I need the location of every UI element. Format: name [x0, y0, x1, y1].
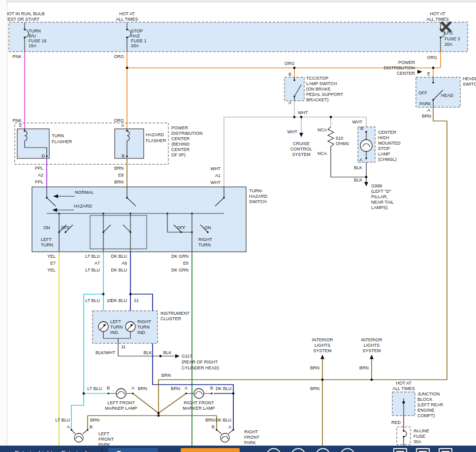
wire-color-label: BRN	[138, 386, 147, 391]
switch-position-label: ON	[43, 225, 50, 230]
component-label: STOP	[378, 146, 390, 151]
tcc-stop-lamp-switch: B A TCC/STOP LAMP SWITCH (ON BRAKE PEDAL…	[285, 72, 344, 105]
wire-color-label: BLK	[354, 178, 362, 182]
print-button[interactable]	[393, 448, 407, 452]
info-button[interactable]: i	[316, 448, 330, 452]
wire-color-label: LT BLU	[85, 254, 100, 259]
component-label: IND.	[110, 330, 119, 335]
wire-color-label: BRN	[310, 386, 319, 391]
component-label: TURN-	[249, 188, 263, 193]
arrow-down-icon	[299, 133, 303, 137]
wire-color-label: WHT	[211, 166, 221, 171]
ground-label: G999	[371, 183, 382, 188]
component-label: (LEFT REAR	[417, 402, 444, 407]
resistor-label: OHMS	[336, 141, 349, 146]
terminal-label: A	[67, 424, 70, 429]
component-label: RIGHT	[244, 429, 258, 434]
switch-position-label: ON	[204, 225, 211, 230]
wire-color-label: BRN	[114, 166, 124, 171]
wire-color-label: BLK/WHT	[95, 350, 116, 355]
fuse-label: TURN	[29, 29, 41, 33]
terminal-label: A	[288, 100, 291, 105]
arrow-right-icon	[417, 70, 422, 74]
search-button[interactable]: SEARCH	[108, 448, 158, 452]
terminal-label: A	[121, 123, 124, 128]
fuse-label: B/U	[29, 33, 36, 38]
terminal-label: B	[122, 153, 125, 158]
component-label: LEFT	[98, 431, 110, 436]
toolbar-divider	[101, 448, 102, 452]
lamp-leads	[71, 430, 233, 434]
component-label: TURN	[52, 133, 64, 138]
wire-color-label: PPL	[35, 166, 43, 171]
switch-position-label: OFF	[61, 225, 70, 230]
ground-label: PILLAR,	[371, 194, 388, 199]
ground-label: G117	[182, 354, 192, 359]
system-ref-label: CONTROL	[290, 147, 312, 151]
pin-number: 11	[121, 344, 126, 349]
terminal-label: B	[288, 72, 291, 77]
component-label: (CHMSL)	[378, 157, 397, 162]
switch-position-label: HEAD	[441, 93, 454, 98]
feed-label: HOT AT	[119, 11, 135, 16]
feed-label: TEST OR START	[5, 17, 40, 22]
pin-number: 21	[134, 298, 139, 303]
component-label: PEDAL SUPPORT	[306, 92, 344, 97]
close-button[interactable]: ×	[435, 14, 457, 39]
terminal-label: A	[359, 157, 362, 162]
switch-position-label: OFF	[418, 90, 427, 95]
zoom-controls: − + i ?	[266, 448, 355, 452]
fuse-label: STOP	[131, 29, 143, 33]
system-ref-label: INTERIOR	[312, 337, 333, 342]
switch-position-label: OFF	[177, 225, 186, 230]
terminal-label: E	[427, 71, 430, 76]
component-label: FLASHER	[52, 139, 72, 144]
circuit-number: A1	[215, 173, 221, 178]
component-label: LEFT FRONT	[107, 400, 135, 405]
wire-color-label: RED	[391, 420, 401, 425]
feed-label: HOT IN RUN, BULB	[5, 11, 45, 16]
instrument-cluster: INSTRUMENT CLUSTER LEFT TURN IND. RIGHT …	[93, 311, 219, 370]
component-label: HEADLIGHT	[463, 76, 476, 81]
component-label: CENTER	[378, 130, 397, 135]
circuit-number: E6	[183, 261, 189, 266]
component-label: LEFT	[110, 319, 122, 324]
wire-color-label: WHT	[298, 110, 308, 115]
component-label: FRONT	[98, 437, 114, 442]
zoom-in-button[interactable]: +	[291, 448, 306, 452]
component-label: BLOCK	[417, 397, 433, 402]
component-label: HAZARD	[249, 194, 268, 199]
zoom-out-button[interactable]: −	[266, 448, 281, 452]
component-label: CENTER	[171, 136, 190, 141]
component-label: IND.	[137, 330, 146, 335]
save-button[interactable]	[416, 448, 430, 452]
switch-position-label: LEFT	[41, 237, 52, 242]
component-label: PARK	[244, 440, 256, 445]
help-button[interactable]: ?	[340, 448, 355, 452]
terminal-label: D	[42, 153, 45, 158]
circuit-number: A7	[95, 261, 100, 266]
terminal-label: B	[107, 386, 110, 391]
pdc-ref-label: CENTER	[397, 71, 415, 76]
switch-position-label: TURN	[198, 242, 211, 247]
wire-org-bus	[127, 52, 441, 77]
system-ref-label: CRUISE	[293, 141, 310, 146]
wire-color-label: YEL	[47, 268, 56, 272]
component-label: (ON BRAKE	[306, 87, 331, 91]
fuse-label: IN-LINE	[413, 428, 429, 433]
switch-mode-label: HAZARD	[74, 204, 93, 209]
wire-color-label: BLK	[143, 350, 152, 355]
hot-bus-box	[9, 22, 468, 52]
wire-color-label: PNK	[12, 54, 22, 59]
export-button[interactable]	[439, 448, 452, 452]
component-label: LAMP	[378, 151, 390, 156]
wire-color-label: BRN	[359, 365, 369, 370]
wire-color-label: DK BLU	[215, 418, 231, 422]
component-label: HAZARD	[146, 132, 164, 137]
terminal-label: A	[427, 108, 430, 113]
wire-color-label: DK BLU	[216, 386, 232, 391]
wire-color-label: BRN	[310, 365, 319, 370]
component-label: TURN	[137, 325, 150, 330]
right-front-park-turn-lamp-icon	[221, 433, 229, 442]
hide-wires-button[interactable]: HIDE WIRES	[181, 448, 240, 452]
